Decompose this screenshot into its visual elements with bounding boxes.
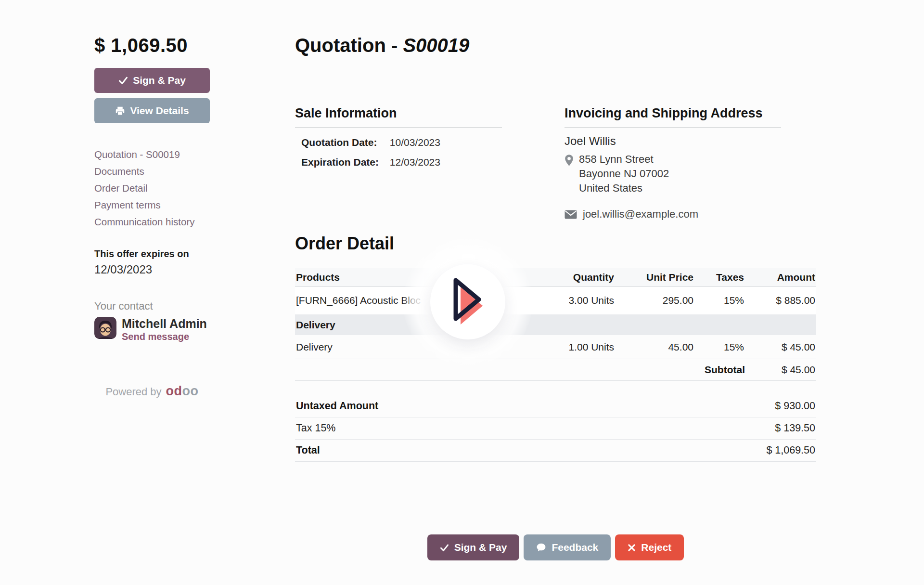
total-row: Total $ 1,069.50 — [295, 440, 816, 462]
view-details-label: View Details — [130, 105, 189, 117]
totals-table: Untaxed Amount $ 930.00 Tax 15% $ 139.50… — [295, 395, 816, 462]
footer-reject-label: Reject — [641, 542, 671, 553]
sidebar-item-order-detail[interactable]: Order Detail — [94, 180, 210, 196]
powered-by: Powered by odoo — [94, 384, 210, 399]
product-taxes: 15% — [694, 295, 745, 306]
footer-sign-pay-button[interactable]: Sign & Pay — [427, 534, 520, 560]
address-heading: Invoicing and Shipping Address — [565, 106, 781, 128]
col-products: Products — [295, 272, 536, 283]
sidebar-item-quotation[interactable]: Quotation - S00019 — [94, 146, 210, 163]
customer-email-link[interactable]: joel.willis@example.com — [583, 208, 698, 221]
untaxed-amount-row: Untaxed Amount $ 930.00 — [295, 395, 816, 417]
sidebar-nav: Quotation - S00019 Documents Order Detai… — [94, 146, 210, 230]
sale-information-heading: Sale Information — [295, 106, 502, 128]
tax-row: Tax 15% $ 139.50 — [295, 417, 816, 440]
avatar — [94, 317, 116, 339]
powered-by-label: Powered by — [105, 386, 161, 398]
total-label: Total — [296, 444, 320, 456]
play-icon — [450, 277, 485, 327]
sign-pay-button[interactable]: Sign & Pay — [94, 68, 210, 93]
chat-bubble-icon — [536, 543, 546, 553]
contact-block: Your contact Mitchell Admin Send message — [94, 300, 210, 342]
col-amount: Amount — [745, 272, 816, 283]
location-pin-icon — [565, 154, 574, 167]
product-amount: $ 885.00 — [745, 295, 816, 306]
quotation-date-label: Quotation Date: — [301, 132, 387, 152]
offer-expiry-date: 12/03/2023 — [94, 263, 210, 276]
sidebar: $ 1,069.50 Sign & Pay View Details Quota… — [94, 35, 210, 399]
product-quantity: 3.00 Units — [536, 295, 615, 306]
address-street: 858 Lynn Street — [579, 152, 669, 167]
table-row-subtotal: Subtotal $ 45.00 — [295, 359, 816, 381]
contact-label: Your contact — [94, 300, 210, 312]
subtotal-value: $ 45.00 — [745, 364, 816, 376]
tax-value: $ 139.50 — [775, 422, 815, 434]
delivery-taxes: 15% — [694, 341, 745, 353]
order-detail-heading: Order Detail — [295, 234, 394, 254]
quotation-date-row: Quotation Date: 10/03/2023 — [301, 132, 502, 152]
delivery-quantity: 1.00 Units — [536, 341, 615, 353]
sign-pay-label: Sign & Pay — [133, 75, 186, 86]
check-icon — [440, 543, 449, 552]
odoo-logo: odoo — [166, 384, 199, 399]
expiration-date-label: Expiration Date: — [301, 152, 387, 172]
total-value: $ 1,069.50 — [766, 444, 815, 456]
envelope-icon — [565, 210, 577, 219]
offer-expiry-label: This offer expires on — [94, 248, 210, 260]
delivery-unit-price: 45.00 — [615, 341, 694, 353]
table-row-delivery: Delivery 1.00 Units 45.00 15% $ 45.00 — [295, 335, 816, 359]
page-title-prefix: Quotation - — [295, 35, 403, 56]
address-lines: 858 Lynn Street Bayonne NJ 07002 United … — [579, 152, 669, 195]
printer-icon — [115, 106, 125, 116]
delivery-name: Delivery — [295, 341, 536, 353]
table-row-product: [FURN_6666] Acoustic Bloc 3.00 Units 295… — [295, 286, 816, 314]
table-section-delivery: Delivery — [295, 314, 816, 335]
footer-actions: Sign & Pay Feedback Reject — [295, 534, 816, 560]
address-section: Invoicing and Shipping Address Joel Will… — [565, 106, 781, 221]
address-city: Bayonne NJ 07002 — [579, 167, 669, 181]
page-title-number: S00019 — [403, 35, 469, 56]
sidebar-item-documents[interactable]: Documents — [94, 163, 210, 180]
order-table: Products Quantity Unit Price Taxes Amoun… — [295, 268, 816, 381]
video-play-button[interactable] — [430, 264, 505, 339]
quotation-date-value: 10/03/2023 — [390, 137, 440, 148]
sale-information-section: Sale Information Quotation Date: 10/03/2… — [295, 106, 502, 172]
expiration-date-value: 12/03/2023 — [390, 156, 440, 168]
expiration-date-row: Expiration Date: 12/03/2023 — [301, 152, 502, 172]
order-table-header: Products Quantity Unit Price Taxes Amoun… — [295, 268, 816, 286]
delivery-amount: $ 45.00 — [745, 341, 816, 353]
footer-feedback-button[interactable]: Feedback — [524, 534, 611, 560]
customer-name: Joel Willis — [565, 134, 781, 148]
sidebar-item-communication-history[interactable]: Communication history — [94, 213, 210, 230]
product-unit-price: 295.00 — [615, 295, 694, 306]
col-unit-price: Unit Price — [615, 272, 694, 283]
col-taxes: Taxes — [694, 272, 745, 283]
view-details-button[interactable]: View Details — [94, 98, 210, 123]
quotation-document: Quotation - S00019 Sale Information Quot… — [295, 35, 816, 564]
subtotal-label: Subtotal — [705, 364, 745, 376]
check-icon — [118, 76, 128, 85]
col-quantity: Quantity — [536, 272, 615, 283]
contact-name: Mitchell Admin — [122, 317, 207, 330]
page-title: Quotation - S00019 — [295, 35, 469, 56]
x-icon — [628, 544, 636, 552]
footer-sign-pay-label: Sign & Pay — [454, 542, 507, 553]
tax-label: Tax 15% — [296, 422, 335, 434]
offer-expiry: This offer expires on 12/03/2023 — [94, 248, 210, 276]
footer-reject-button[interactable]: Reject — [615, 534, 684, 560]
sidebar-item-payment-terms[interactable]: Payment terms — [94, 196, 210, 213]
total-amount: $ 1,069.50 — [94, 35, 210, 56]
untaxed-amount-value: $ 930.00 — [775, 400, 815, 412]
address-country: United States — [579, 181, 669, 195]
untaxed-amount-label: Untaxed Amount — [296, 400, 378, 412]
footer-feedback-label: Feedback — [552, 542, 598, 553]
send-message-link[interactable]: Send message — [122, 331, 189, 342]
